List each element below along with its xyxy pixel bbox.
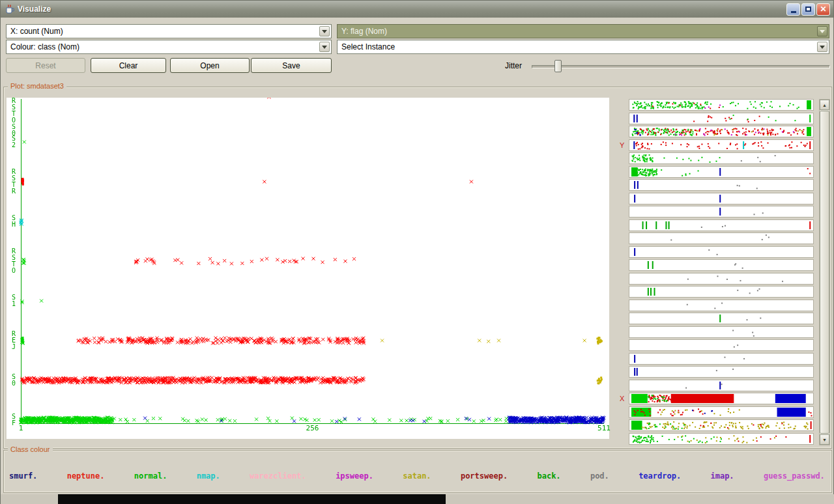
class-colour-item[interactable]: neptune.	[67, 471, 105, 481]
x-axis-tick: 256	[303, 424, 323, 432]
class-colour-item[interactable]: imap.	[710, 471, 734, 481]
class-colour-item[interactable]: back.	[537, 471, 560, 481]
jitter-slider-thumb[interactable]	[554, 60, 562, 72]
arrow-up-icon: ▲	[822, 103, 827, 107]
class-colour-item[interactable]: pod.	[590, 471, 609, 481]
class-colour-item[interactable]: portsweep.	[461, 471, 508, 481]
instance-combo[interactable]: Select Instance	[337, 40, 829, 54]
colour-value: Colour: class (Nom)	[10, 42, 79, 51]
y-attribute-value: Y: flag (Nom)	[341, 27, 387, 36]
class-colour-item[interactable]: normal.	[134, 471, 167, 481]
taskbar-black-bar	[58, 494, 446, 504]
y-axis-label: R E J	[9, 331, 18, 350]
class-colour-item[interactable]: nmap.	[197, 471, 220, 481]
jitter-slider[interactable]	[532, 59, 830, 73]
class-colour-title: Class colour	[8, 445, 53, 453]
chevron-down-icon[interactable]	[817, 42, 827, 52]
jitter-label: Jitter	[505, 61, 522, 70]
class-colour-list: smurf.neptune.normal.nmap.warezclient.ip…	[9, 471, 825, 481]
colour-combo[interactable]: Colour: class (Nom)	[6, 40, 332, 54]
y-axis-label: S 1	[9, 294, 18, 307]
attribute-strips-canvas[interactable]	[629, 99, 816, 447]
attribute-panel: Y X ▲ ▼	[617, 98, 830, 447]
window-titlebar: Visualize ✕	[1, 1, 833, 18]
class-colour-item[interactable]: guess_passwd.	[764, 471, 825, 481]
y-axis-label: R S T O S 0	[9, 98, 18, 137]
x-attribute-combo[interactable]: X: count (Num)	[6, 24, 332, 38]
y-axis-label: R S T O	[9, 248, 18, 274]
save-button[interactable]: Save	[251, 58, 332, 73]
class-colour-item[interactable]: smurf.	[9, 471, 37, 481]
chevron-down-icon[interactable]	[319, 26, 330, 36]
taskbar-strip	[1, 494, 834, 504]
attr-scrollbar[interactable]: ▲ ▼	[819, 99, 830, 445]
window-title: Visualize	[18, 5, 51, 14]
y-axis-label: R S T R	[9, 169, 18, 195]
close-button[interactable]: ✕	[816, 3, 830, 16]
clear-button[interactable]: Clear	[91, 58, 166, 73]
x-axis-selector-label: X	[620, 395, 624, 402]
java-icon	[4, 4, 14, 14]
class-colour-item[interactable]: ipsweep.	[336, 471, 373, 481]
y-attribute-combo[interactable]: Y: flag (Nom)	[337, 24, 829, 38]
y-axis-label: S 0	[9, 374, 18, 387]
minimize-button[interactable]	[786, 3, 800, 16]
maximize-button[interactable]	[801, 3, 815, 16]
class-colour-groupbox: Class colour smurf.neptune.normal.nmap.w…	[3, 450, 832, 493]
plot-title: Plot: smdataset3	[8, 82, 66, 90]
open-button[interactable]: Open	[170, 58, 250, 73]
scroll-down-button[interactable]: ▼	[820, 434, 829, 445]
scrollbar-thumb[interactable]	[820, 111, 829, 434]
scatter-plot-area: R S T O S 0S 2R S T RS HR S T OS 1R E JS…	[7, 98, 609, 439]
y-axis-label: S 2	[9, 135, 18, 148]
arrow-down-icon: ▼	[822, 438, 827, 442]
close-icon: ✕	[820, 5, 826, 13]
y-axis-selector-label: Y	[620, 141, 624, 149]
minimize-icon	[791, 11, 796, 13]
x-axis-tick: 511	[594, 424, 614, 432]
class-colour-item[interactable]: teardrop.	[639, 471, 681, 481]
jitter-slider-track[interactable]	[532, 65, 830, 68]
chevron-down-icon[interactable]	[319, 42, 330, 52]
chevron-down-icon[interactable]	[817, 26, 827, 36]
maximize-icon	[805, 7, 811, 12]
scatter-plot-canvas[interactable]	[7, 98, 609, 439]
class-colour-item[interactable]: warezclient.	[250, 471, 306, 481]
x-attribute-value: X: count (Num)	[10, 27, 63, 36]
scroll-up-button[interactable]: ▲	[820, 100, 829, 110]
class-colour-item[interactable]: satan.	[403, 471, 431, 481]
x-axis-tick: 1	[11, 424, 31, 432]
instance-value: Select Instance	[341, 42, 395, 51]
plot-groupbox: Plot: smdataset3 R S T O S 0S 2R S T RS …	[3, 87, 832, 449]
visualize-window: Visualize ✕ X: count (Num) Y: flag (Nom)…	[0, 0, 834, 504]
y-axis-label: S H	[9, 215, 18, 228]
reset-button[interactable]: Reset	[6, 58, 85, 73]
